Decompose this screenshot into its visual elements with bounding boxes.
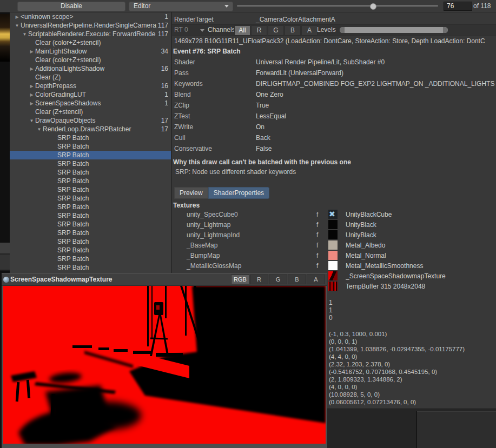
tree-expander-icon[interactable] (28, 38, 35, 47)
texture-thumbnail[interactable] (328, 282, 338, 291)
tree-expander-icon[interactable] (28, 73, 35, 82)
tree-expander-icon[interactable] (50, 229, 57, 237)
channel-button[interactable]: B (285, 25, 301, 36)
tree-expander-icon[interactable] (28, 90, 35, 99)
tree-row[interactable]: SRP Batch (10, 159, 171, 168)
tree-row-label: SRP Batch (57, 211, 168, 220)
texture-row[interactable]: unity_LightmapInd f UnityBlack (172, 230, 496, 240)
tree-expander-icon[interactable] (50, 159, 57, 168)
tree-expander-icon[interactable] (50, 177, 57, 185)
tree-expander-icon[interactable] (50, 246, 57, 255)
tree-expander-icon[interactable] (50, 255, 57, 263)
preview-titlebar[interactable]: ScreenSpaceShadowmapTexture RGB R G B A (2, 273, 327, 286)
texture-thumbnail[interactable] (328, 261, 338, 270)
tree-row[interactable]: SRP Batch (10, 203, 171, 211)
tree-row-count: 16 (161, 82, 171, 90)
tree-row[interactable]: UniversalRenderPipeline.RenderSingleCame… (10, 21, 171, 30)
event-slider[interactable] (237, 5, 438, 6)
editor-dropdown[interactable]: Editor (129, 2, 233, 11)
detail-tab[interactable]: Preview (174, 187, 208, 199)
tree-expander-icon[interactable] (28, 116, 35, 125)
tree-expander-icon[interactable] (14, 21, 21, 30)
texture-row[interactable]: unity_SpecCube0 f UnityBlackCube (172, 209, 496, 219)
tree-expander-icon[interactable] (50, 133, 57, 142)
tree-row[interactable]: DrawOpaqueObjects 17 (10, 116, 171, 125)
tree-row[interactable]: Clear (color+Z+stencil) (10, 56, 171, 64)
tree-expander-icon[interactable] (50, 194, 57, 203)
channel-button[interactable]: A (301, 25, 318, 36)
tree-row[interactable]: Clear (Z) (10, 73, 171, 82)
preview-channel-button[interactable]: G (269, 275, 287, 284)
tree-expander-icon[interactable] (50, 237, 57, 246)
channel-button[interactable]: All (234, 25, 250, 36)
tree-expander-icon[interactable] (28, 82, 35, 90)
tree-row[interactable]: SRP Batch (10, 194, 171, 203)
tree-row[interactable]: Clear (color+Z+stencil) (10, 38, 171, 47)
channel-button[interactable]: R (251, 25, 267, 36)
tree-expander-icon[interactable] (28, 64, 35, 73)
texture-row[interactable]: unity_Lightmap f UnityBlack (172, 219, 496, 230)
tree-row[interactable]: DepthPrepass 16 (10, 82, 171, 90)
detail-tab[interactable]: ShaderProperties (208, 187, 269, 199)
tree-row[interactable]: <unknown scope> 1 (10, 12, 171, 21)
texture-thumbnail[interactable] (328, 240, 338, 250)
tree-row[interactable]: SRP Batch (10, 246, 171, 255)
tree-row[interactable]: SRP Batch (10, 229, 171, 237)
tree-row[interactable]: ScriptableRenderer.Execute: ForwardRende… (10, 30, 171, 38)
levels-min-handle[interactable] (340, 27, 345, 33)
tree-expander-icon[interactable] (36, 125, 43, 133)
tree-expander-icon[interactable] (28, 47, 35, 56)
tree-row[interactable]: RenderLoop.DrawSRPBatcher 17 (10, 125, 171, 133)
tree-expander-icon[interactable] (28, 56, 35, 64)
disable-button[interactable]: Disable (17, 2, 125, 11)
event-number-field[interactable]: 76 (444, 2, 472, 11)
tree-expander-icon[interactable] (50, 185, 57, 194)
tree-row[interactable]: ScreenSpaceShadows 1 (10, 99, 171, 108)
vector-value: (0, 0, 0, 1) (329, 338, 465, 345)
tree-row[interactable]: SRP Batch (10, 255, 171, 263)
texture-row[interactable]: _BaseMap f Metal_Albedo (172, 240, 496, 250)
tree-row[interactable]: MainLightShadow 34 (10, 47, 171, 56)
tree-row[interactable]: SRP Batch (10, 220, 171, 229)
tree-row[interactable]: Clear (Z+stencil) (10, 108, 171, 116)
tree-row[interactable]: SRP Batch (10, 168, 171, 177)
tree-expander-icon[interactable] (50, 203, 57, 211)
texture-thumbnail[interactable] (328, 220, 338, 229)
tree-row[interactable]: SRP Batch (10, 151, 171, 159)
tree-row[interactable]: SRP Batch (10, 211, 171, 220)
tree-expander-icon[interactable] (21, 30, 28, 38)
tree-row[interactable]: SRP Batch (10, 237, 171, 246)
tree-row[interactable]: ColorGradingLUT 1 (10, 90, 171, 99)
texture-thumbnail[interactable] (328, 251, 338, 260)
texture-thumbnail[interactable] (328, 230, 338, 239)
tree-expander-icon[interactable] (14, 12, 21, 21)
tree-row[interactable]: AdditionalLightsShadow 16 (10, 64, 171, 73)
tree-row[interactable]: SRP Batch (10, 177, 171, 185)
tree-expander-icon[interactable] (50, 220, 57, 229)
preview-channel-button[interactable]: RGB (231, 275, 249, 284)
tree-row[interactable]: SRP Batch (10, 133, 171, 142)
texture-thumbnail[interactable] (328, 210, 338, 219)
tree-row[interactable]: SRP Batch (10, 142, 171, 151)
rt-index-dropdown[interactable]: RT 0 (174, 26, 188, 34)
tree-expander-icon[interactable] (28, 99, 35, 108)
tree-expander-icon[interactable] (28, 108, 35, 116)
tree-expander-icon[interactable] (50, 142, 57, 151)
state-row-value: Universal Render Pipeline/Lit, SubShader… (256, 57, 496, 68)
preview-channel-button[interactable]: B (288, 275, 306, 284)
tree-row[interactable]: SRP Batch (10, 263, 171, 272)
texture-row[interactable]: _MetallicGlossMap f Metal_MetallicSmooth… (172, 260, 496, 271)
texture-thumbnail[interactable] (328, 271, 338, 280)
channel-button[interactable]: G (268, 25, 284, 36)
event-slider-thumb[interactable] (370, 3, 376, 10)
preview-window-bottom-edge[interactable] (2, 445, 327, 448)
preview-channel-button[interactable]: R (250, 275, 268, 284)
preview-channel-button[interactable]: A (307, 275, 325, 284)
tree-expander-icon[interactable] (50, 168, 57, 177)
tree-row[interactable]: SRP Batch (10, 185, 171, 194)
tree-expander-icon[interactable] (50, 211, 57, 220)
levels-range-slider[interactable] (340, 27, 448, 33)
tree-expander-icon[interactable] (50, 151, 57, 159)
texture-row[interactable]: _BumpMap f Metal_Normal (172, 250, 496, 260)
tree-expander-icon[interactable] (50, 263, 57, 272)
